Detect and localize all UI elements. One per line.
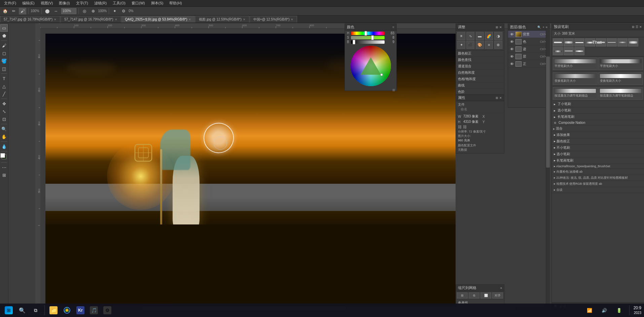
adj-cat-lookup[interactable]: 颜色查找 — [456, 57, 504, 63]
search-button[interactable]: 🔍 — [16, 304, 28, 316]
category-color-correction[interactable]: ⊕ Composite Nation — [552, 120, 644, 126]
chrome-button[interactable] — [61, 304, 73, 316]
taskview-button[interactable]: ⧉ — [30, 304, 42, 316]
adjustment-header[interactable]: 调整 ⊞ ✕ — [456, 24, 504, 31]
app2-button[interactable]: ⚙ — [101, 304, 113, 316]
adj-icon-2[interactable]: ✕ — [499, 26, 502, 29]
adj-cat-color-correction[interactable]: 颜色校正 — [456, 50, 504, 57]
color-panel-header[interactable]: 颜色 ≡ — [345, 24, 396, 31]
layer-eye-4[interactable]: 👁 — [509, 55, 514, 59]
adj-icon-bw[interactable]: ⬛ — [466, 41, 474, 49]
custom-item[interactable]: ▸ 自设 — [552, 187, 644, 193]
selection-tool[interactable]: ▭ — [0, 24, 8, 32]
brushes-icon-2[interactable]: ☰ — [636, 25, 638, 29]
layer-item-1[interactable]: 👁 背景 Ctrl+1 — [508, 31, 549, 38]
tab-3[interactable]: QAIQ_2925+生到.jpg @ 53.84%(RGB/8*) ✕ — [121, 16, 195, 23]
layer-item-5[interactable]: 👁 正 Ctrl+5 — [508, 60, 549, 68]
brush-preset-5[interactable] — [596, 38, 606, 46]
menu-script[interactable]: 脚本(S) — [148, 0, 166, 6]
adj-icon-levels[interactable]: ▬ — [476, 32, 484, 40]
brush-transform-2[interactable]: 变换笔刷方大小 — [598, 72, 643, 85]
shape-tool[interactable]: △ — [0, 82, 8, 90]
adj-cat-vibrance[interactable]: 自然饱和度 — [456, 70, 504, 76]
brush-preset-7[interactable] — [617, 38, 628, 46]
home-button[interactable]: 🏠 — [1, 8, 9, 14]
scale-grid-btn-align[interactable]: 对齐 — [492, 292, 503, 298]
krita-button[interactable]: Kr — [74, 304, 86, 316]
vertical-scrollbar[interactable] — [546, 29, 550, 306]
tray-network[interactable]: 📶 — [583, 304, 596, 316]
menu-file[interactable]: 文件(F) — [1, 0, 19, 6]
brush-preset-11[interactable] — [574, 47, 584, 55]
menu-view[interactable]: 视图(V) — [38, 0, 56, 6]
brush-transform-1[interactable]: 变换笔刷方大小 — [553, 72, 598, 85]
brushes-icon-1[interactable]: ⊞ — [632, 25, 635, 29]
tab-close-1[interactable]: ✕ — [54, 18, 57, 21]
brush-preset-3[interactable] — [574, 38, 584, 46]
adj-icon-channel[interactable]: ≡ — [485, 41, 493, 49]
zoom-input[interactable] — [61, 8, 76, 14]
tray-battery[interactable]: 🔋 — [613, 304, 625, 316]
prop-file-label[interactable]: 文件 — [458, 102, 502, 107]
tab-close-5[interactable]: ✕ — [291, 18, 293, 21]
layers-menu-icon[interactable]: ≡ — [546, 26, 547, 29]
adj-icon-saturation[interactable]: ◑ — [494, 32, 502, 40]
tab-4[interactable]: 视图.jpg @ 12.59%(RGB/8*) ✕ — [195, 16, 249, 23]
gradient-tool[interactable]: ◫ — [0, 65, 8, 72]
adj-icon-colorlookup[interactable]: 🎨 — [476, 41, 484, 49]
adj-icon-invert[interactable]: ⊗ — [494, 41, 502, 49]
scale-grid-btn-3[interactable]: ⬜ — [480, 292, 491, 298]
bright-track[interactable] — [351, 40, 385, 44]
adj-cat-channel[interactable]: 通道混合 — [456, 63, 504, 70]
v-scrollbar-thumb[interactable] — [546, 57, 550, 168]
effect-base[interactable]: ▸ 添加效果 — [552, 132, 644, 138]
menu-image[interactable]: 图像(I) — [56, 0, 72, 6]
tool-7[interactable]: ✦ — [111, 8, 118, 14]
layer-eye-1[interactable]: 👁 — [509, 32, 514, 36]
fill-tool[interactable]: 🪣 — [0, 57, 8, 65]
layer-item-3[interactable]: 👁 迹 Ctrl+3 — [508, 45, 549, 53]
tab-5[interactable]: 中国+@ 12.5%(RGB/8*) ✕ — [250, 16, 297, 23]
start-button[interactable]: ⊞ — [3, 304, 15, 316]
brush-basic-2[interactable]: 平滑笔刷大小 — [598, 58, 643, 70]
layer-eye-3[interactable]: 👁 — [509, 47, 514, 51]
tray-volume[interactable]: 🔊 — [598, 304, 610, 316]
brush-preset-1[interactable] — [553, 38, 563, 46]
layers-add-icon[interactable]: + — [542, 26, 544, 29]
paint-brush-tool[interactable]: 🖌 — [0, 42, 8, 49]
scale-grid-header[interactable]: 缩尺到网格 ≡ — [456, 285, 504, 291]
expand-tool[interactable]: ⊞ — [0, 171, 8, 179]
fileexplorer-button[interactable]: 📁 — [47, 304, 60, 316]
brush-basic-1[interactable]: 平滑笔刷大小 — [553, 58, 598, 70]
menu-edit[interactable]: 编辑(E) — [20, 0, 37, 6]
adj-icon-vibrance[interactable]: ✦ — [457, 41, 465, 49]
brush-tool-button[interactable]: 🖌 — [19, 8, 26, 14]
eraser-tool[interactable]: ◻ — [0, 49, 8, 57]
adj-icon-curves[interactable]: ∿ — [466, 32, 474, 40]
move-tool[interactable]: ✥ — [0, 100, 8, 107]
tab-close-4[interactable]: ✕ — [243, 18, 246, 21]
hist-icon-1[interactable]: ⊞ — [496, 96, 498, 100]
layer-item-2[interactable]: 👁 色 Ctrl+2 — [508, 38, 549, 45]
taskbar-time[interactable]: 20:9 2023 — [634, 306, 641, 315]
tool-8[interactable]: ⚙ — [120, 8, 127, 14]
tab-close-3[interactable]: ✕ — [188, 18, 191, 21]
pencil-tool-button[interactable]: ✏ — [10, 8, 17, 14]
scale-grid-btn-1[interactable]: ⊞ — [457, 292, 468, 298]
color-cursor[interactable] — [380, 73, 383, 76]
layer-item-4[interactable]: 👁 层 Ctrl+4 — [508, 53, 549, 60]
color-wheel-container[interactable] — [345, 44, 396, 87]
color-panel-menu-icon[interactable]: ≡ — [392, 25, 394, 29]
layer-eye-5[interactable]: 👁 — [509, 62, 514, 66]
tool-3[interactable]: ⬤ — [44, 8, 51, 14]
brush-preset-9[interactable] — [553, 47, 563, 55]
prop-link-icon-1[interactable]: ⛓ — [458, 125, 462, 129]
adj-icon-hue[interactable]: 🌈 — [485, 32, 493, 40]
brush-flow-1[interactable]: 按流量压力调节笔刷描边 — [553, 87, 598, 100]
brush-preset-10[interactable] — [564, 47, 574, 55]
prop-link-icon-2[interactable]: ⛓ — [463, 125, 467, 129]
category-long-stroke[interactable]: 长笔画笔刷 — [552, 114, 644, 120]
brush-preset-8[interactable] — [628, 38, 638, 46]
color-wheel[interactable] — [351, 46, 391, 86]
brush-preset-6[interactable] — [607, 38, 617, 46]
